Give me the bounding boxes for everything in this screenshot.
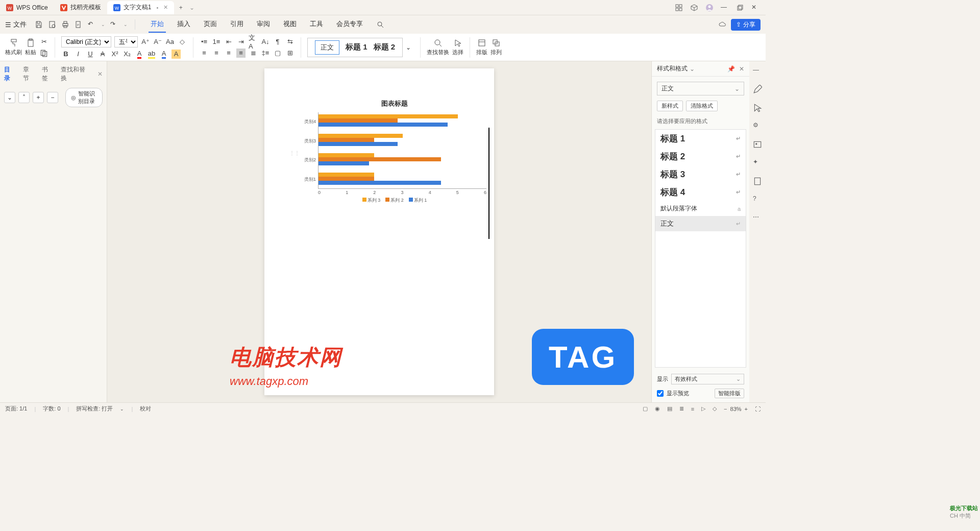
select-button[interactable]: 选择 — [452, 35, 463, 60]
save-icon[interactable] — [35, 20, 43, 29]
style-item-h2[interactable]: 标题 2↵ — [655, 148, 746, 165]
share-button[interactable]: ⇪ 分享 — [731, 19, 761, 31]
tab-icon[interactable]: ⇆ — [285, 37, 295, 46]
print-icon[interactable] — [61, 20, 69, 29]
bullet-list-icon[interactable]: •≡ — [200, 37, 209, 46]
align-left-icon[interactable]: ≡ — [200, 49, 209, 58]
redo-dropdown[interactable]: ⌄ — [124, 22, 128, 27]
style-body[interactable]: 正文 — [315, 40, 339, 55]
settings-rail-icon[interactable]: ⚙ — [753, 122, 762, 131]
spell-check-status[interactable]: 拼写检查: 打开 — [76, 405, 113, 413]
collapse-rail-icon[interactable]: — — [753, 66, 762, 76]
smart-layout-button[interactable]: 智能排版 — [715, 389, 744, 398]
sort-icon[interactable]: A↓ — [261, 37, 270, 46]
view-page-icon[interactable]: ▢ — [643, 405, 648, 412]
tab-reference[interactable]: 引用 — [228, 16, 246, 33]
minimize-button[interactable]: — — [721, 4, 729, 12]
drag-handle-icon[interactable]: ⋮⋮ — [289, 150, 300, 156]
style-item-body[interactable]: 正文↵ — [655, 216, 746, 231]
chart-object[interactable]: ⋮⋮ 图表标题 类别4 类别3 类别2 类别1 — [303, 99, 486, 205]
number-list-icon[interactable]: 1≡ — [212, 37, 221, 46]
tab-tools[interactable]: 工具 — [308, 16, 325, 33]
print-preview-icon[interactable] — [48, 20, 56, 29]
border-icon[interactable]: ⊞ — [285, 49, 295, 58]
tab-menu-dropdown[interactable]: ⌄ — [189, 4, 194, 11]
view-web-icon[interactable]: ≣ — [679, 405, 684, 412]
word-count[interactable]: 字数: 0 — [43, 405, 60, 413]
paste-button[interactable]: 粘贴 — [25, 35, 36, 60]
find-replace-button[interactable]: 查找替换 — [427, 35, 449, 60]
tab-page[interactable]: 页面 — [202, 16, 219, 33]
underline-icon[interactable]: U — [86, 50, 95, 59]
close-panel-icon[interactable]: ✕ — [739, 65, 744, 73]
decrease-indent-icon[interactable]: ⇤ — [224, 37, 233, 46]
char-shading-icon[interactable]: A — [172, 50, 181, 59]
superscript-icon[interactable]: X² — [110, 50, 119, 59]
strikethrough-icon[interactable]: A — [98, 50, 107, 59]
ruler-icon[interactable]: ◇ — [713, 405, 717, 412]
cloud-icon[interactable] — [719, 20, 727, 29]
arrange-button[interactable]: 排列 — [491, 35, 502, 60]
align-right-icon[interactable]: ≡ — [224, 49, 233, 58]
document-canvas[interactable]: ⋮⋮ 图表标题 类别4 类别3 类别2 类别1 — [107, 61, 651, 402]
show-styles-select[interactable]: 有效样式 ⌄ — [671, 374, 744, 384]
zoom-in-icon[interactable]: + — [745, 406, 748, 412]
cube-icon[interactable] — [690, 4, 698, 12]
increase-font-icon[interactable]: A⁺ — [141, 37, 150, 46]
close-icon[interactable]: ✕ — [163, 4, 168, 11]
doc-rail-icon[interactable] — [753, 177, 762, 186]
cut-icon[interactable]: ✂ — [39, 37, 48, 46]
nav-collapse-icon[interactable]: ⌄ — [4, 92, 15, 103]
tab-member[interactable]: 会员专享 — [334, 16, 365, 33]
tab-document-active[interactable]: W 文字文稿1 • ✕ — [107, 1, 175, 14]
style-item-default-font[interactable]: 默认段落字体a — [655, 201, 746, 216]
align-justify-icon[interactable]: ≡ — [236, 49, 246, 58]
new-tab-button[interactable]: + — [174, 4, 187, 11]
highlight-icon[interactable]: ab — [147, 50, 156, 59]
tab-home[interactable]: 开始 — [149, 16, 166, 33]
tab-view[interactable]: 视图 — [281, 16, 299, 33]
undo-dropdown[interactable]: ⌄ — [101, 22, 105, 27]
tab-docer[interactable]: 找稻壳模板 — [54, 1, 107, 14]
more-rail-icon[interactable]: ⋯ — [753, 213, 762, 223]
view-focus-icon[interactable]: ◉ — [655, 405, 660, 412]
line-spacing-icon[interactable]: ‡≡ — [261, 49, 270, 58]
new-style-button[interactable]: 新样式 — [657, 101, 683, 111]
style-item-h3[interactable]: 标题 3↵ — [655, 165, 746, 183]
style-gallery-more[interactable]: ⌄ — [406, 44, 414, 51]
app-grid-icon[interactable] — [675, 4, 683, 12]
export-pdf-icon[interactable]: P — [75, 20, 83, 29]
show-marks-icon[interactable]: ¶ — [273, 37, 282, 46]
pin-icon[interactable]: 📌 — [727, 65, 735, 73]
view-read-icon[interactable]: ▷ — [701, 405, 705, 412]
font-size-select[interactable]: 五号 — [114, 36, 138, 47]
redo-icon[interactable]: ↷ — [110, 20, 118, 29]
italic-icon[interactable]: I — [74, 50, 83, 59]
pencil-icon[interactable] — [753, 85, 762, 94]
preview-checkbox[interactable] — [657, 390, 664, 397]
help-rail-icon[interactable]: ? — [753, 195, 762, 204]
align-center-icon[interactable]: ≡ — [212, 49, 221, 58]
bold-icon[interactable]: B — [61, 50, 70, 59]
chevron-down-icon[interactable]: ⌄ — [120, 406, 124, 412]
nav-tab-find[interactable]: 查找和替换 — [61, 65, 90, 83]
search-icon[interactable] — [376, 20, 384, 29]
zoom-out-icon[interactable]: − — [724, 406, 727, 412]
subscript-icon[interactable]: X₂ — [122, 50, 132, 59]
text-effect-icon[interactable]: A — [159, 50, 168, 59]
shading-icon[interactable]: ▢ — [273, 49, 282, 58]
text-direction-icon[interactable]: 文A — [249, 37, 258, 46]
increase-indent-icon[interactable]: ⇥ — [236, 37, 246, 46]
font-name-select[interactable]: Calibri (正文) — [61, 36, 111, 47]
style-item-h4[interactable]: 标题 4↵ — [655, 183, 746, 201]
nav-remove-icon[interactable]: − — [47, 92, 58, 103]
nav-up-icon[interactable]: ˄ — [18, 92, 30, 103]
tools-rail-icon[interactable]: ✦ — [753, 158, 762, 167]
avatar-icon[interactable] — [705, 4, 714, 12]
layout-button[interactable]: 排版 — [476, 35, 487, 60]
select-rail-icon[interactable] — [753, 103, 762, 112]
decrease-font-icon[interactable]: A⁻ — [153, 37, 162, 46]
font-color-icon[interactable]: A — [135, 50, 144, 59]
fit-page-icon[interactable]: ⛶ — [755, 406, 761, 412]
nav-add-icon[interactable]: + — [33, 92, 44, 103]
